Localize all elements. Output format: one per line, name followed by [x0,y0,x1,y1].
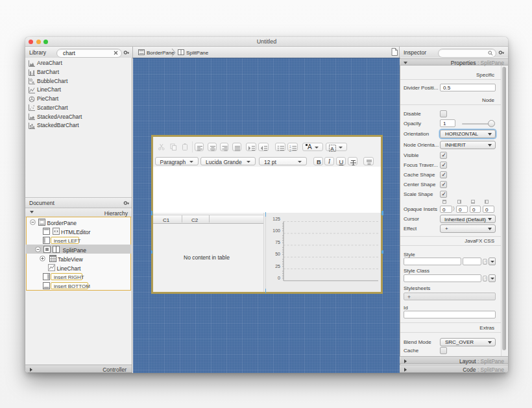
svg-text:1: 1 [289,145,291,149]
svg-text:2: 2 [289,149,291,152]
svg-text:A: A [330,145,334,151]
